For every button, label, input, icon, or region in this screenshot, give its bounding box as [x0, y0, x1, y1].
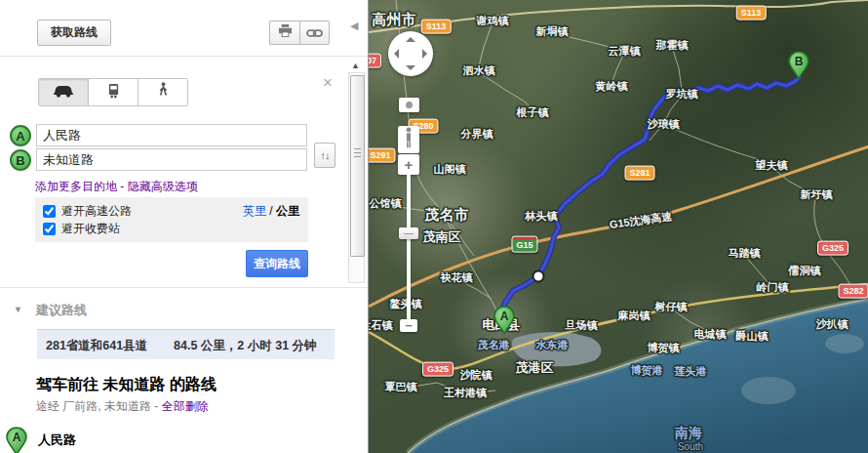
svg-text:B: B: [795, 55, 804, 68]
avoid-highways-label: 避开高速公路: [61, 203, 132, 220]
tab-transit[interactable]: [89, 79, 138, 105]
scrollbar-thumb[interactable]: [350, 75, 365, 257]
suggested-routes-header: 建议路线: [36, 302, 87, 319]
route-options-box: 避开高速公路 避开收费站 英里 / 公里: [35, 197, 308, 242]
route-name: 281省道和641县道: [46, 338, 147, 354]
via-line: 途经 厂前路, 未知道路 - 全部删除: [36, 398, 209, 415]
road-shield: 07: [368, 54, 381, 68]
avoid-tolls-option[interactable]: 避开收费站: [43, 220, 300, 237]
svg-text:A: A: [13, 431, 21, 444]
recenter-dot-icon: [406, 102, 413, 108]
search-routes-button[interactable]: 查询路线: [246, 250, 308, 277]
printer-icon: [278, 24, 293, 42]
avoid-highways-checkbox[interactable]: [43, 205, 56, 218]
road-shield: G325: [817, 241, 848, 256]
zoom-slider-track[interactable]: [407, 175, 411, 319]
travel-mode-tabs: [38, 78, 188, 106]
print-button[interactable]: [269, 21, 299, 45]
destination-input[interactable]: [36, 148, 307, 171]
pedestrian-icon: [158, 82, 169, 103]
hide-advanced-options-link[interactable]: 隐藏高级选项: [128, 180, 198, 193]
directions-sidebar: 获取路线: [0, 0, 343, 453]
tab-driving[interactable]: [39, 79, 89, 105]
pan-right-icon[interactable]: [422, 49, 427, 59]
share-button-group: [269, 21, 330, 45]
link-icon: [306, 24, 323, 42]
street-view-pegman-button[interactable]: [398, 126, 419, 153]
kilometers-label: 公里: [276, 204, 299, 218]
unit-slash: /: [269, 204, 272, 218]
form-links: 添加更多目的地 - 隐藏高级选项: [35, 179, 198, 195]
avoid-tolls-label: 避开收费站: [61, 221, 120, 237]
marker-b[interactable]: B: [788, 51, 809, 84]
svg-text:A: A: [500, 309, 509, 323]
link-separator: -: [120, 180, 124, 193]
google-maps-directions-app: 获取路线: [0, 0, 868, 453]
pan-down-icon[interactable]: [406, 65, 415, 70]
destination-badge: B: [10, 149, 31, 171]
add-destination-link[interactable]: 添加更多目的地: [35, 180, 117, 193]
pan-left-icon[interactable]: [394, 49, 399, 59]
via-text: 途经 厂前路, 未知道路 -: [36, 399, 158, 413]
avoid-tolls-checkbox[interactable]: [43, 223, 56, 235]
road-shield: S291: [368, 148, 396, 163]
zoom-slider-thumb[interactable]: [399, 227, 418, 239]
pan-up-icon[interactable]: [406, 37, 415, 42]
swap-endpoints-button[interactable]: ↑↓: [314, 143, 335, 168]
collapse-triangle-icon[interactable]: ▼: [14, 305, 22, 314]
get-directions-button[interactable]: 获取路线: [37, 20, 111, 46]
unit-toggle: 英里 / 公里: [243, 203, 299, 220]
step-a-label: 人民路: [38, 432, 76, 449]
car-icon: [53, 84, 74, 102]
sidebar-scrollbar[interactable]: [348, 72, 365, 283]
close-icon[interactable]: ×: [323, 74, 333, 91]
road-shield: S113: [421, 20, 452, 34]
directions-heading: 驾车前往 未知道路 的路线: [36, 375, 217, 395]
map-canvas[interactable]: 高州市谢鸡镇新垌镇云潭镇那霍镇泗水镇黄岭镇根子镇罗坑镇沙琅镇望夫镇新圩镇分界镇山…: [368, 0, 868, 453]
miles-link[interactable]: 英里: [243, 204, 266, 218]
delete-all-link[interactable]: 全部删除: [162, 399, 209, 413]
road-shield: S282: [838, 284, 868, 299]
marker-a[interactable]: A: [493, 306, 515, 339]
section-divider: [0, 287, 368, 288]
zoom-out-button[interactable]: −: [400, 319, 417, 332]
suggested-route-item[interactable]: 281省道和641县道 84.5 公里，2 小时 31 分钟: [37, 329, 335, 359]
route-summary: 84.5 公里，2 小时 31 分钟: [174, 338, 317, 354]
recenter-button[interactable]: [399, 98, 419, 112]
pegman-icon: [404, 127, 414, 152]
road-shield: S281: [624, 166, 654, 181]
collapse-panel-icon[interactable]: ◀: [350, 20, 358, 32]
zoom-in-button[interactable]: +: [398, 154, 419, 175]
road-shield: G15: [511, 236, 537, 253]
step-a-pin: A: [5, 427, 28, 453]
bus-icon: [107, 83, 120, 103]
origin-badge: A: [10, 125, 31, 146]
tab-walking[interactable]: [138, 79, 187, 105]
link-button[interactable]: [299, 21, 330, 45]
pan-control[interactable]: [388, 31, 433, 76]
road-shield: S113: [736, 6, 767, 21]
origin-input[interactable]: [36, 124, 307, 146]
road-shield: G325: [422, 362, 454, 377]
scrollbar-up-icon[interactable]: ▲: [351, 61, 360, 70]
sidebar-topbar: 获取路线: [0, 0, 368, 57]
